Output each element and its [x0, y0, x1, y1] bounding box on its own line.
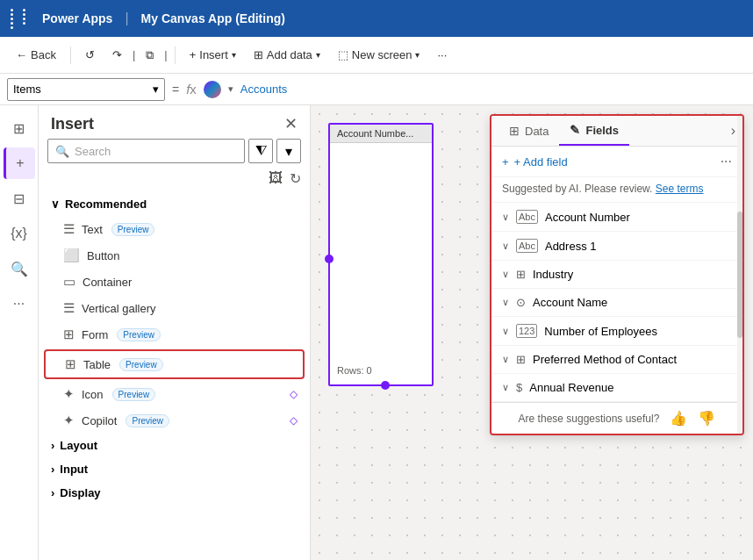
left-icon-data[interactable]: ⊟ [4, 183, 35, 214]
new-screen-button[interactable]: ⬚ New screen ▾ [331, 45, 427, 65]
back-arrow-icon: ← [16, 48, 27, 61]
add-field-button[interactable]: + + Add field [502, 155, 568, 169]
image-icon[interactable]: 🖼 [269, 170, 283, 187]
refresh-icon[interactable]: ↻ [290, 170, 301, 187]
left-icon-vars[interactable]: {x} [4, 218, 35, 249]
search-box[interactable]: 🔍 Search [47, 139, 245, 163]
gallery-handle-left[interactable] [325, 255, 333, 263]
panel-close-button[interactable]: ✕ [284, 114, 298, 133]
insert-plus-icon: + [190, 48, 197, 61]
item-form[interactable]: ⊞ Form Preview [39, 321, 310, 348]
field-chevron-icon-4: ∨ [502, 297, 509, 308]
panel-expand-icon[interactable]: › [731, 123, 735, 139]
item-container[interactable]: ▭ Container [39, 269, 310, 295]
left-icon-search[interactable]: 🔍 [4, 253, 35, 284]
toolbar-sep-2 [175, 47, 176, 64]
input-chevron-icon: › [51, 463, 54, 476]
field-preferred-contact[interactable]: ∨ ⊞ Preferred Method of Contact [491, 346, 742, 374]
apps-grid-icon[interactable] [11, 9, 33, 29]
item-copilot[interactable]: ✦ Copilot Preview ◇ [39, 407, 310, 434]
suggestions-row: Are these suggestions useful? 👍 👎 [491, 402, 742, 434]
section-recommended[interactable]: ∨ Recommended [39, 192, 310, 216]
field-chevron-icon-6: ∨ [502, 354, 509, 365]
redo-button[interactable]: ↷ [105, 45, 129, 65]
title-separator: | [125, 11, 128, 26]
gallery-widget-container: Account Numbe... Rows: 0 [328, 123, 434, 386]
add-icon: + [502, 155, 509, 169]
sort-button[interactable]: ▾ [276, 139, 301, 163]
search-placeholder: Search [75, 145, 111, 158]
data-tab-icon: ⊞ [509, 124, 520, 138]
field-type-grid2-icon: ⊞ [516, 353, 526, 366]
property-dropdown[interactable]: Items ▾ [7, 78, 165, 101]
gallery-rows: Rows: 0 [337, 365, 372, 376]
field-type-link-icon: ⊙ [516, 296, 526, 309]
icon-row: 🖼 ↻ [39, 169, 310, 192]
item-text[interactable]: ☰ Text Preview [39, 216, 310, 242]
field-account-number[interactable]: ∨ Abc Account Number [491, 203, 742, 232]
field-type-num-icon: 123 [516, 324, 537, 338]
fields-inner: + + Add field ··· Suggested by AI. Pleas… [491, 147, 742, 434]
item-vertical-gallery[interactable]: ☰ Vertical gallery [39, 295, 310, 321]
copilot-diamond-icon: ◇ [290, 414, 298, 427]
ellipsis-icon: ··· [437, 48, 447, 61]
form-item-icon: ⊞ [63, 327, 75, 342]
insert-button[interactable]: + + Insert Insert ▾ [183, 45, 243, 65]
back-button[interactable]: ← Back [9, 45, 63, 65]
equals-sign: = [172, 83, 179, 97]
add-field-row: + + Add field ··· [491, 147, 742, 177]
left-icon-home[interactable]: ⊞ [4, 112, 35, 144]
section-layout[interactable]: › Layout [39, 434, 310, 457]
gallery-widget[interactable]: Account Numbe... Rows: 0 [328, 123, 434, 386]
field-chevron-icon-5: ∨ [502, 326, 509, 337]
add-data-button[interactable]: ⊞ Add data ▾ [247, 45, 327, 65]
undo-icon: ↺ [85, 48, 95, 61]
diamond-icon: ◇ [290, 388, 298, 400]
fields-tab-icon: ✎ [570, 123, 580, 137]
left-icon-insert[interactable]: + [4, 147, 35, 179]
gallery-item-icon: ☰ [63, 300, 75, 316]
doc-title: My Canvas App (Editing) [141, 11, 285, 25]
section-input[interactable]: › Input [39, 457, 310, 481]
field-num-employees[interactable]: ∨ 123 Number of Employees [491, 317, 742, 346]
filter-button[interactable]: ⧨ [248, 139, 273, 163]
layout-chevron-icon: › [51, 439, 54, 452]
item-icon[interactable]: ✦ Icon Preview ◇ [39, 381, 310, 407]
tab-data[interactable]: ⊞ Data [498, 117, 559, 145]
field-annual-revenue[interactable]: ∨ $ Annual Revenue [491, 374, 742, 402]
copy-button[interactable]: ⧉ [139, 45, 161, 66]
text-item-icon: ☰ [63, 221, 75, 237]
field-options-icon[interactable]: ··· [721, 154, 732, 169]
add-data-chevron-icon: ▾ [316, 50, 320, 60]
field-account-name[interactable]: ∨ ⊙ Account Name [491, 289, 742, 317]
scrollbar-thumb[interactable] [737, 212, 742, 339]
chevron-down-icon: ▾ [285, 143, 292, 160]
toolbar-sep-1 [70, 47, 71, 64]
left-icon-more[interactable]: ··· [4, 288, 35, 319]
copy-icon: ⧉ [146, 48, 154, 62]
new-screen-chevron-icon: ▾ [415, 50, 420, 60]
gallery-handle-bottom[interactable] [381, 381, 390, 390]
see-terms-link[interactable]: See terms [656, 183, 704, 195]
thumbs-up-button[interactable]: 👍 [670, 410, 687, 427]
app-name: Power Apps [42, 11, 112, 25]
section-chevron-icon: ∨ [51, 197, 60, 211]
field-industry[interactable]: ∨ ⊞ Industry [491, 261, 742, 289]
field-chevron-icon: ∨ [502, 212, 509, 223]
field-address1[interactable]: ∨ Abc Address 1 [491, 232, 742, 261]
fields-panel-tabs: ⊞ Data ✎ Fields › [491, 116, 742, 147]
display-chevron-icon: › [51, 486, 54, 499]
section-display[interactable]: › Display [39, 481, 310, 505]
scrollbar-track [737, 116, 742, 434]
fx-label: fx [186, 82, 197, 97]
formula-color-icon [204, 81, 221, 98]
item-table[interactable]: ⊞ Table Preview [44, 349, 305, 379]
tab-fields[interactable]: ✎ Fields [559, 116, 629, 146]
item-button[interactable]: ⬜ Button [39, 242, 310, 269]
undo-button[interactable]: ↺ [78, 45, 102, 65]
redo-icon: ↷ [112, 48, 122, 61]
thumbs-down-button[interactable]: 👎 [698, 410, 715, 427]
formula-bar: Items ▾ = fx ▾ Accounts [0, 74, 753, 105]
formula-chevron-icon: ▾ [228, 83, 233, 95]
more-options-button[interactable]: ··· [430, 45, 454, 65]
